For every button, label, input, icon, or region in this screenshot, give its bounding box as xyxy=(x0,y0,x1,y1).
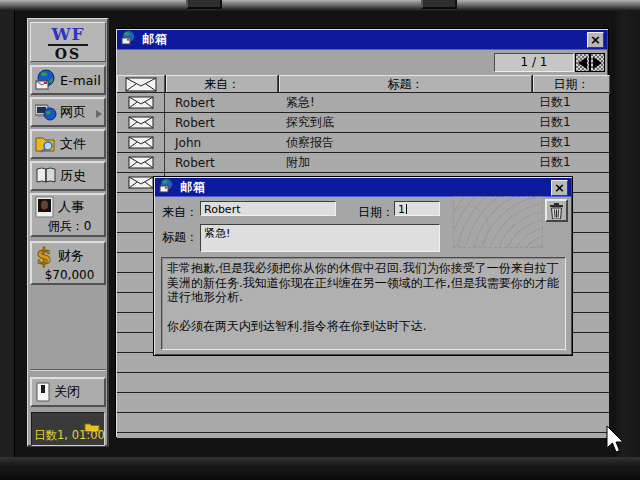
shutdown-label: 关闭 xyxy=(54,383,80,401)
next-page-button[interactable] xyxy=(590,53,605,72)
bezel-clip xyxy=(186,0,222,9)
mail-row[interactable]: Robert 紧急! 日数1 xyxy=(117,93,609,112)
mercenary-count: 佣兵：0 xyxy=(35,218,104,235)
mail-from: Robert xyxy=(165,116,278,130)
monitor-bottom-bezel: WF iDG xyxy=(0,457,640,480)
svg-text:$: $ xyxy=(36,244,52,268)
window-title: 邮箱 xyxy=(142,31,168,48)
web-browser-icon xyxy=(35,101,57,123)
sidebar-item-label: 人事 xyxy=(58,198,84,216)
monitor-right-bezel xyxy=(612,11,640,457)
mail-subject: 紧急! xyxy=(278,94,531,111)
postmark-stamp-decoration xyxy=(453,196,543,248)
envelope-icon xyxy=(128,156,154,169)
mail-subject: 附加 xyxy=(278,154,531,171)
sidebar-item-label: E-mail xyxy=(60,73,101,88)
envelope-icon xyxy=(128,136,154,149)
pager-strip: 1 / 1 xyxy=(117,51,607,75)
date-field[interactable]: 1 xyxy=(394,201,440,216)
mail-subject: 侦察报告 xyxy=(278,134,531,151)
day-time-display: 日数1, 01:00 xyxy=(34,428,105,443)
close-icon[interactable]: × xyxy=(551,180,568,196)
envelope-icon xyxy=(128,176,154,189)
envelope-icon xyxy=(125,77,157,92)
os-logo: WF OS xyxy=(30,22,106,62)
balance-amount: $70,000 xyxy=(35,268,104,282)
sidebar-item-label: 网页 xyxy=(60,103,86,121)
trash-icon xyxy=(550,203,563,219)
mailbox-titlebar: 邮箱 × xyxy=(117,30,607,50)
files-folder-icon xyxy=(35,133,57,155)
mail-subject: 探究到底 xyxy=(278,114,531,131)
mail-date: 日数1 xyxy=(531,134,571,151)
bezel-clip xyxy=(421,0,457,9)
envelope-icon xyxy=(128,116,154,129)
mail-row[interactable]: Robert 探究到底 日数1 xyxy=(117,113,609,132)
subject-field[interactable]: 紧急! xyxy=(200,224,440,252)
sidebar-item-email[interactable]: E-mail xyxy=(30,65,106,95)
left-arrow-icon xyxy=(578,57,587,69)
dollar-icon: $ xyxy=(35,244,55,268)
mail-date: 日数1 xyxy=(531,154,571,171)
mail-globe-icon xyxy=(121,30,136,49)
game-clock-panel[interactable]: 日数1, 01:00 xyxy=(31,412,105,446)
sidebar-item-personnel[interactable]: 人事 佣兵：0 xyxy=(30,193,106,237)
sidebar-item-files[interactable]: 文件 xyxy=(30,129,106,159)
close-icon[interactable]: × xyxy=(587,32,604,48)
mail-from: Robert xyxy=(165,156,278,170)
sidebar-item-web[interactable]: 网页 xyxy=(30,97,106,127)
sidebar-item-label: 文件 xyxy=(60,135,86,153)
os-logo-bottom: OS xyxy=(55,46,81,62)
mail-body-text: 非常抱歉,但是我必须把你从你的休假中召回.我们为你接受了一份来自拉丁美洲的新任务… xyxy=(161,257,566,350)
mail-reader-window: 邮箱 × 来自： Robert 日期： 1 标题： 紧急! 非常抱歉,但是我必须… xyxy=(153,176,573,356)
from-field-label: 来自： xyxy=(162,204,198,221)
os-sidebar: WF OS E-mail 网页 文件 历史 人事 佣兵：0 xyxy=(27,18,109,447)
mail-globe-icon xyxy=(159,178,174,197)
sidebar-item-history[interactable]: 历史 xyxy=(30,161,106,191)
delete-mail-button[interactable] xyxy=(545,199,568,222)
from-field[interactable]: Robert xyxy=(200,201,336,216)
submenu-arrow-icon xyxy=(96,110,102,118)
history-book-icon xyxy=(35,165,57,187)
sidebar-item-finance[interactable]: $ 财务 $70,000 xyxy=(30,241,106,285)
sidebar-item-label: 历史 xyxy=(60,167,86,185)
sidebar-item-label: 财务 xyxy=(58,247,84,265)
sidebar-divider xyxy=(30,369,106,371)
monitor-top-bezel xyxy=(0,0,640,11)
mail-row[interactable]: John 侦察报告 日数1 xyxy=(117,133,609,152)
subject-field-label: 标题： xyxy=(162,229,198,246)
previous-page-button[interactable] xyxy=(575,53,590,72)
email-globe-icon xyxy=(35,69,57,91)
os-logo-top: WF xyxy=(48,26,87,46)
mail-from: John xyxy=(165,136,278,150)
window-title: 邮箱 xyxy=(180,179,206,196)
personnel-photo-icon xyxy=(35,196,55,218)
mail-reader-titlebar: 邮箱 × xyxy=(155,178,571,197)
date-field-label: 日期： xyxy=(358,204,394,221)
mail-date: 日数1 xyxy=(531,94,571,111)
mail-date: 日数1 xyxy=(531,114,571,131)
power-switch-icon xyxy=(35,382,51,402)
shutdown-button[interactable]: 关闭 xyxy=(30,377,106,407)
right-arrow-icon xyxy=(593,57,602,69)
envelope-icon xyxy=(128,96,154,109)
page-indicator: 1 / 1 xyxy=(494,53,574,72)
mail-from: Robert xyxy=(165,96,278,110)
mail-row[interactable]: Robert 附加 日数1 xyxy=(117,153,609,172)
